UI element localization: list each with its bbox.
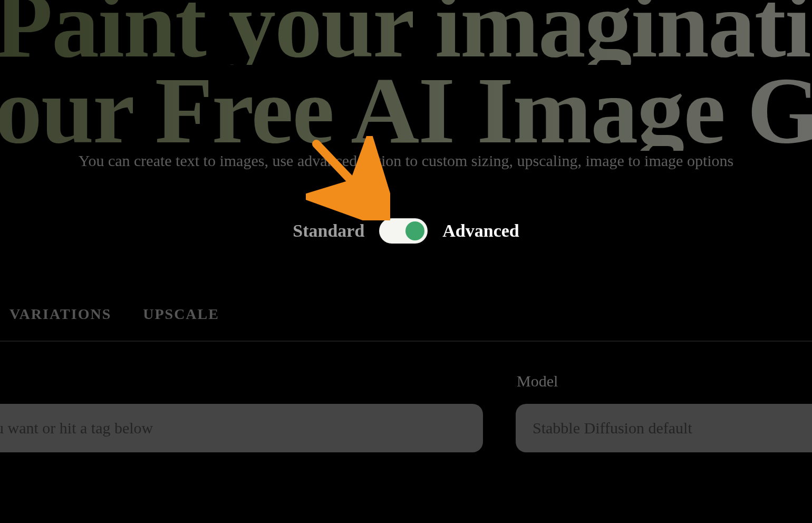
hero-subtext: You can create text to images, use advan…: [0, 152, 812, 170]
tabs-divider: [0, 341, 812, 342]
controls-area: Model u want or hit a tag below Stabble …: [0, 369, 812, 522]
tab-variations[interactable]: VARIATIONS: [9, 306, 111, 323]
mode-toggle[interactable]: [379, 218, 428, 244]
mode-toggle-row: Standard Advanced: [0, 218, 812, 244]
prompt-placeholder-fragment: u want or hit a tag below: [0, 419, 153, 437]
hero-heading: Paint your imagination using our Free AI…: [0, 0, 812, 151]
toggle-label-standard: Standard: [293, 221, 364, 241]
toggle-label-advanced: Advanced: [442, 221, 519, 241]
tab-upscale[interactable]: UPSCALE: [143, 306, 219, 323]
model-selected-value: Stabble Diffusion default: [533, 419, 692, 437]
hero-line-2: our Free AI Image Generator: [0, 70, 812, 151]
hero-line-1: Paint your imagination using: [0, 0, 812, 65]
model-label: Model: [517, 372, 558, 390]
mode-tabs: VARIATIONS UPSCALE: [9, 306, 219, 323]
toggle-knob: [405, 221, 424, 240]
prompt-input[interactable]: u want or hit a tag below: [0, 404, 483, 452]
model-select[interactable]: Stabble Diffusion default: [516, 404, 812, 452]
